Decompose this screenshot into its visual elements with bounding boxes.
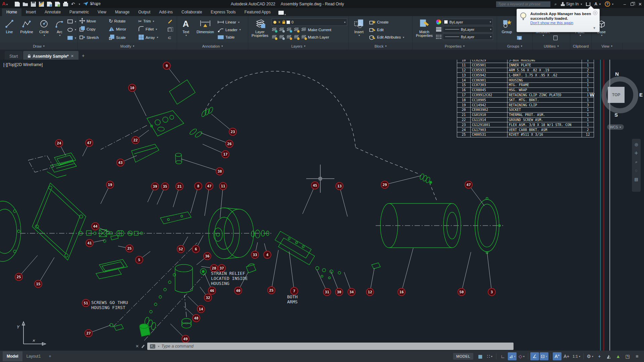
explode-button[interactable] [168,27,172,33]
restore-button[interactable] [631,3,634,6]
balloon-33[interactable]: 33 [251,251,259,258]
rotate-button[interactable]: ↻Rotate [109,17,138,25]
balloon-26[interactable]: 26 [226,140,233,147]
ribbon-tab-insert[interactable]: Insert [21,8,40,16]
balloon-6[interactable]: 6 [192,245,200,253]
close-button[interactable]: ✕ [638,2,642,7]
fillet-button[interactable]: Fillet▾ [138,25,166,33]
clipboard-panel-label[interactable]: Clipboard [570,43,592,50]
model-space-button[interactable]: MODEL [453,353,473,360]
layout-tab-model[interactable]: Model [3,351,22,361]
workspace-settings-button[interactable]: ⚙▾ [586,352,594,360]
scale-button[interactable]: Scale [109,34,138,41]
move-button[interactable]: Move [79,17,109,25]
ribbon-tab-collaborate[interactable]: Collaborate [177,8,206,16]
balloon-32[interactable]: 32 [204,294,212,301]
balloon-24[interactable]: 24 [55,139,63,147]
zoom-icon[interactable]: ⌕ [635,160,638,164]
balloon-21[interactable]: 21 [176,183,183,190]
array-button[interactable]: Array▾ [138,34,166,41]
modify-panel-label[interactable]: Modify▾ [78,43,177,50]
balloon-45[interactable]: 45 [311,182,319,189]
match-layer-button[interactable]: Match Layer [301,34,329,40]
drawing-canvas[interactable]: [-][Top][2D Wireframe] [0,60,644,351]
properties-panel-label[interactable]: Properties▾ [413,43,497,50]
ribbon-tab-annotate[interactable]: Annotate [40,8,65,16]
balloon-10[interactable]: 10 [128,84,136,92]
annotation-visibility-toggle[interactable]: A° [553,352,561,360]
layer-thaw2-icon[interactable] [286,35,292,40]
table-button[interactable]: Table [217,34,246,41]
balloon-11[interactable]: 11 [219,182,227,190]
parts-list-table[interactable]: 10CC02929J-BOX HOUSING111CC05901INNER PL… [457,60,594,137]
polyline-button[interactable]: Polyline [19,17,35,42]
balloon-22[interactable]: 22 [132,136,139,144]
ribbon-tab-output[interactable]: Output [134,8,155,16]
balloon-34[interactable]: 34 [348,288,355,296]
balloon-13[interactable]: 13 [336,182,343,190]
balloon-31[interactable]: 31 [323,288,331,296]
new-drawing-tab-button[interactable]: + [79,52,87,60]
balloon-27[interactable]: 27 [85,329,92,337]
help-button[interactable]: ?▾ [605,1,613,7]
sheet-set-icon[interactable] [47,2,52,7]
command-customize-icon[interactable] [141,344,145,349]
navigation-bar[interactable]: ◎ ✛ ⌕ ◌ ▤ [632,139,641,192]
balloon-44[interactable]: 44 [92,223,99,230]
make-current-button[interactable]: Make Current [301,27,331,33]
balloon-16[interactable]: 16 [398,288,405,296]
linetype-dropdown[interactable]: ByLayer▾ [443,34,493,40]
orbit-icon[interactable]: ◌ [635,168,637,173]
balloon-7[interactable]: 7 [290,287,298,295]
balloon-19[interactable]: 19 [106,181,114,188]
new-layout-button[interactable]: + [45,351,55,361]
balloon-47[interactable]: 47 [86,139,93,146]
balloon-52[interactable]: 52 [177,245,184,253]
osnap-tracking-toggle[interactable]: ∠ [530,352,539,360]
balloon-23[interactable]: 23 [229,128,236,135]
layer-unisolate-icon[interactable] [279,35,285,40]
layer-isolate-icon[interactable] [272,27,277,33]
leader-button[interactable]: Leader▾ [217,26,246,34]
group-selection-button[interactable] [517,35,524,41]
balloon-12[interactable]: 12 [366,288,374,296]
viewcube-west[interactable]: W [590,92,594,98]
annotation-scale-button[interactable]: 1:1▾ [572,352,581,360]
balloon-25[interactable]: 25 [268,287,275,294]
keyword-search-input[interactable] [496,1,550,7]
text-button[interactable]: A Text▾ [178,17,193,42]
layout-tab-layout1[interactable]: Layout1 [22,351,45,361]
layer-lock-icon[interactable] [294,27,300,33]
balloon-25[interactable]: 25 [126,245,133,252]
layer-off-icon[interactable] [279,27,285,33]
balloon-43[interactable]: 43 [117,159,124,166]
balloon-36[interactable]: 36 [204,252,211,260]
full-navigation-wheel-icon[interactable]: ◎ [635,142,638,147]
annotation-monitor-toggle[interactable]: + [595,352,604,360]
line-button[interactable]: Line [1,17,17,42]
viewcube[interactable]: N E S W TOP WCS▾ [594,72,641,133]
block-panel-label[interactable]: Block▾ [349,43,413,50]
rectangle-tool-button[interactable]: ▾ [67,18,76,24]
viewcube-north[interactable]: N [615,71,619,77]
erase-button[interactable] [168,18,172,24]
balloon-17[interactable]: 17 [222,150,229,158]
hatch-tool-button[interactable]: ▾ [67,35,76,41]
balloon-15[interactable]: 15 [35,280,42,288]
insert-button[interactable]: Insert▾ [350,17,368,42]
ribbon-options-button[interactable] [278,11,284,15]
balloon-4[interactable]: 4 [264,251,271,258]
lineweight-dropdown[interactable]: ByLayer▾ [443,26,493,33]
edit-attributes-button[interactable]: Edit Attributes▾ [369,34,409,41]
match-properties-button[interactable]: Match Properties [414,17,435,42]
search-icon[interactable]: ⌕ [554,2,557,6]
layer-unlock2-icon[interactable] [294,35,300,40]
balloon-25[interactable]: 25 [15,273,22,281]
copy-button[interactable]: Copy [79,25,109,33]
undo-icon[interactable]: ↶ [71,2,75,7]
layer-freeze-icon[interactable] [286,27,292,33]
snap-mode-toggle[interactable]: ∷▾ [485,352,494,360]
linear-button[interactable]: Linear▾ [217,18,246,26]
polar-tracking-toggle[interactable]: ⊿▾ [508,352,517,360]
ribbon-tab-parametric[interactable]: Parametric [65,8,93,16]
